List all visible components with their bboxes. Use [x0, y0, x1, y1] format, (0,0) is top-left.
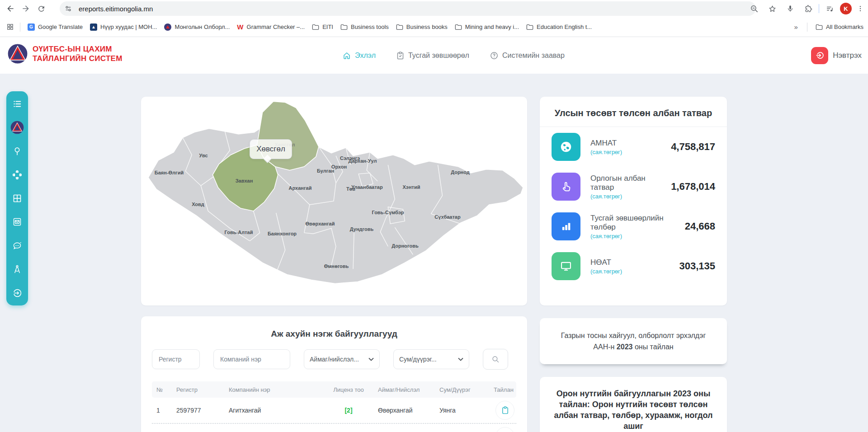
apps-grid-icon: [6, 23, 14, 31]
report-clipboard-icon: [501, 406, 509, 414]
browser-toolbar: ereports.eitimongolia.mn K: [0, 0, 868, 17]
main-nav: Эхлэл Тусгай зөвшөөрөл Системийн заавар: [343, 37, 565, 74]
zoom-button[interactable]: [746, 1, 762, 16]
stat-unit: (сая.төгрөг): [590, 149, 622, 155]
nav-special-permits[interactable]: Тусгай зөвшөөрөл: [396, 52, 469, 60]
register-input[interactable]: [152, 349, 200, 369]
location-pin-icon[interactable]: [10, 145, 24, 158]
sidebar-eiti-logo-icon[interactable]: [10, 121, 24, 134]
province-label: Орхон: [331, 164, 347, 169]
province-label: Завхан: [236, 178, 253, 183]
bookmark-grammar-checker[interactable]: W Grammar Checker –...: [233, 21, 308, 33]
nav-home[interactable]: Эхлэл: [343, 52, 376, 60]
bookmark-folder-mining[interactable]: Mining and heavy i...: [451, 22, 523, 32]
report-button[interactable]: [495, 401, 514, 420]
stat-value: 4,758,817: [671, 141, 715, 153]
back-icon: [6, 4, 15, 13]
logout-icon[interactable]: [10, 286, 24, 300]
bookmark-folder-business-tools[interactable]: Business tools: [337, 22, 392, 32]
bookmarks-separator: [20, 23, 20, 32]
companies-card: Аж ахуйн нэгж байгууллагууд Аймаг/нийслэ…: [141, 316, 527, 432]
province-label: Говь-Алтай: [225, 230, 253, 235]
bar-chart-icon: [552, 212, 580, 240]
reload-button[interactable]: [33, 1, 49, 16]
stat-unit: (сая.төгрөг): [590, 233, 685, 239]
stat-row-income-tax: Орлогын албан татвар (сая.төгрөг) 1,678,…: [540, 167, 727, 207]
sidebar: [6, 91, 28, 305]
apps-grid-button[interactable]: [4, 19, 16, 35]
table-row: 1 2597977 Агитхангай [2] Өвөрхангай Уянг…: [152, 398, 516, 424]
province-label: Сүхбаатар: [434, 214, 460, 220]
aimag-select[interactable]: Аймаг/нийслэл...: [304, 349, 380, 369]
province-label: Дорнод: [451, 169, 470, 175]
nav-system-guide[interactable]: Системийн заавар: [490, 52, 565, 60]
taxes-paid-card: Улсын төсөвт төлсөн албан татвар АМНАТ (…: [540, 97, 727, 305]
report-button[interactable]: [495, 427, 514, 432]
media-controls-button[interactable]: [822, 1, 837, 16]
grid-icon[interactable]: [10, 192, 24, 205]
company-name-input[interactable]: [213, 349, 290, 369]
google-translate-icon: G: [28, 23, 35, 31]
login-arrow-icon: [811, 47, 828, 64]
extensions-button[interactable]: [801, 1, 816, 16]
mic-button[interactable]: [783, 1, 798, 16]
bookmark-folder-eiti[interactable]: EITI: [308, 22, 337, 32]
search-icon: [491, 355, 500, 363]
all-bookmarks-button[interactable]: All Bookmarks: [812, 22, 867, 32]
stat-label: Тусгай зөвшөөрлийн төлбөр: [590, 214, 685, 232]
bookmark-google-translate[interactable]: G Google Translate: [24, 22, 86, 33]
compass-icon[interactable]: [10, 263, 24, 276]
bookmark-star-button[interactable]: [764, 1, 780, 16]
bookmarks-overflow-button[interactable]: »: [790, 23, 802, 31]
back-button[interactable]: [3, 1, 18, 16]
address-bar[interactable]: ereports.eitimongolia.mn: [60, 1, 756, 16]
oil-report-card[interactable]: Газрын тосны хайгуул, олборлолт эрхэлдэг…: [540, 318, 727, 364]
province-label: Увс: [199, 153, 208, 158]
bookmark-folder-business-books[interactable]: Business books: [392, 22, 451, 32]
folder-icon: [312, 24, 319, 30]
site-title: ОҮИТБС-ЫН ЦАХИМ ТАЙЛАНГИЙН СИСТЕМ: [33, 44, 123, 63]
province-label: Булган: [317, 168, 334, 174]
stat-unit: (сая.төгрөг): [590, 268, 622, 275]
folder-icon: [526, 24, 533, 30]
mongolia-map[interactable]: Увс Баян-Өлгий Ховд Завхан Говь-Алтай Ба…: [141, 97, 527, 305]
mail-square-icon[interactable]: [10, 215, 24, 229]
bookmark-nuur-huudas[interactable]: ▲ Нүүр хуудас | МОН...: [86, 22, 160, 33]
bookmark-folder-education[interactable]: Education English t...: [523, 22, 595, 32]
stat-value: 303,135: [679, 260, 715, 272]
stat-label: НӨАТ: [590, 258, 622, 267]
stat-row-license-fee: Тусгай зөвшөөрлийн төлбөр (сая.төгрөг) 2…: [540, 207, 727, 246]
province-label: Улаанбаатар: [351, 184, 382, 190]
browser-menu-button[interactable]: [854, 1, 866, 16]
process-nodes-icon[interactable]: [10, 168, 24, 182]
question-circle-icon: [490, 52, 498, 60]
site-logo[interactable]: ОҮИТБС-ЫН ЦАХИМ ТАЙЛАНГИЙН СИСТЕМ: [7, 43, 123, 64]
login-button[interactable]: Нэвтрэх: [811, 37, 862, 74]
oil-report-line1: Газрын тосны хайгуул, олборлолт эрхэлдэг: [561, 332, 706, 340]
kebab-menu-icon: [857, 5, 864, 12]
folder-icon: [816, 24, 823, 30]
profile-avatar[interactable]: K: [840, 3, 852, 14]
site-settings-icon[interactable]: [64, 5, 72, 13]
government-site-icon: ▲: [90, 23, 97, 31]
forward-button[interactable]: [18, 1, 33, 16]
stat-row-amnat: АМНАТ (сая.төгрөг) 4,758,817: [540, 127, 727, 167]
search-button[interactable]: [483, 349, 508, 370]
sum-select[interactable]: Сум/дүүрэг...: [393, 349, 469, 369]
local-report-card[interactable]: Орон нутгийн байгууллагын 2023 оны тайла…: [540, 377, 727, 432]
bookmark-mongolyn-olborloh[interactable]: Монголын Олборл...: [160, 22, 233, 33]
stat-label: Орлогын албан татвар: [590, 174, 671, 192]
monitor-icon: [552, 252, 580, 280]
microphone-icon: [786, 5, 794, 13]
puzzle-icon: [804, 5, 813, 13]
province-label: Өмнөговь: [324, 263, 349, 269]
province-label: Дундговь: [350, 226, 373, 232]
page-content: Увс Баян-Өлгий Ховд Завхан Говь-Алтай Ба…: [0, 74, 868, 432]
province-label: Баянхонгор: [268, 231, 297, 236]
toolbar-separator: [819, 4, 819, 13]
chat-icon[interactable]: [10, 239, 24, 253]
media-playlist-icon: [826, 5, 834, 13]
bookmarks-bar: G Google Translate ▲ Нүүр хуудас | МОН..…: [0, 17, 868, 37]
globe-icon: [552, 133, 580, 161]
menu-list-icon[interactable]: [10, 97, 24, 111]
